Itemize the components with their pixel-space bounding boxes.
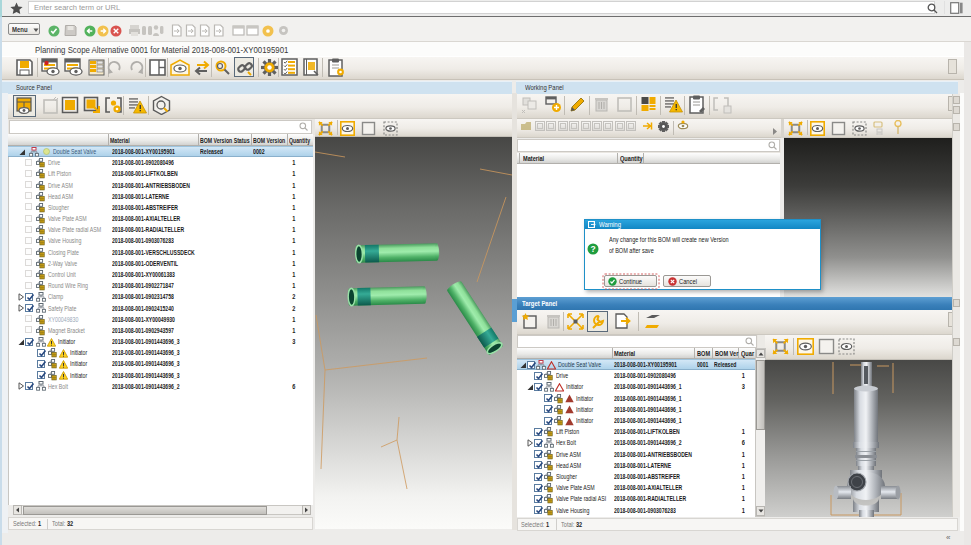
svg-text:?: ?	[590, 244, 595, 254]
